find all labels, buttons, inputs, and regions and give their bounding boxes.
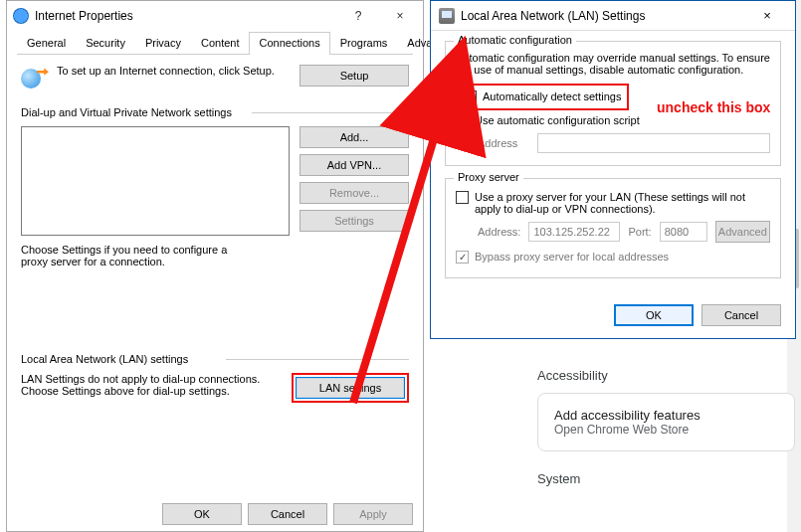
bypass-checkbox bbox=[456, 251, 469, 264]
ip-ok-button[interactable]: OK bbox=[162, 503, 242, 525]
tab-content[interactable]: Content bbox=[191, 32, 250, 55]
accessibility-card[interactable]: Add accessibility features Open Chrome W… bbox=[537, 393, 795, 451]
lan-settings-window: Local Area Network (LAN) Settings × Auto… bbox=[430, 0, 796, 339]
lan-window-title: Local Area Network (LAN) Settings bbox=[461, 9, 747, 23]
lan-close-button[interactable]: × bbox=[747, 8, 787, 23]
settings-button: Settings bbox=[300, 210, 409, 232]
proxy-address-label: Address: bbox=[478, 226, 520, 238]
use-proxy-row[interactable]: Use a proxy server for your LAN (These s… bbox=[456, 191, 770, 215]
vpn-fieldset-text: Dial-up and Virtual Private Network sett… bbox=[21, 106, 238, 118]
ip-apply-button: Apply bbox=[333, 503, 413, 525]
auto-detect-checkbox[interactable] bbox=[464, 90, 477, 103]
proxy-advanced-button: Advanced bbox=[715, 221, 770, 243]
proxy-group: Proxy server Use a proxy server for your… bbox=[445, 178, 781, 278]
proxy-address-input bbox=[528, 222, 620, 242]
ip-close-button[interactable]: × bbox=[387, 9, 413, 23]
add-vpn-button[interactable]: Add VPN... bbox=[300, 154, 409, 176]
chrome-settings-fragment: Accessibility Add accessibility features… bbox=[537, 368, 795, 486]
tab-connections[interactable]: Connections bbox=[249, 32, 329, 55]
tab-programs[interactable]: Programs bbox=[330, 32, 398, 55]
auto-config-text: Automatic configuration may override man… bbox=[456, 52, 770, 76]
lan-titlebar: Local Area Network (LAN) Settings × bbox=[431, 1, 795, 31]
lan-note: LAN Settings do not apply to dial-up con… bbox=[21, 373, 282, 397]
add-accessibility-title: Add accessibility features bbox=[554, 408, 778, 423]
auto-script-label: Use automatic configuration script bbox=[475, 114, 640, 126]
tab-general[interactable]: General bbox=[17, 32, 76, 55]
proxy-caption: Proxy server bbox=[454, 171, 523, 183]
ip-cancel-button[interactable]: Cancel bbox=[248, 503, 327, 525]
lan-fieldset-label: Local Area Network (LAN) settings bbox=[21, 353, 409, 365]
proxy-port-input bbox=[660, 222, 707, 242]
lan-ok-button[interactable]: OK bbox=[614, 304, 694, 326]
vpn-connection-list[interactable] bbox=[21, 126, 290, 236]
bypass-label: Bypass proxy server for local addresses bbox=[475, 251, 669, 263]
auto-detect-row[interactable]: Automatically detect settings bbox=[464, 90, 621, 103]
ip-window-title: Internet Properties bbox=[35, 9, 345, 23]
bypass-row: Bypass proxy server for local addresses bbox=[456, 251, 770, 264]
internet-options-icon bbox=[13, 8, 29, 24]
setup-button[interactable]: Setup bbox=[300, 65, 409, 87]
script-address-label: Address bbox=[478, 137, 529, 149]
use-proxy-checkbox[interactable] bbox=[456, 191, 469, 204]
annotation-text: uncheck this box bbox=[657, 99, 770, 115]
vpn-note: Choose Settings if you need to configure… bbox=[21, 244, 250, 267]
setup-text: To set up an Internet connection, click … bbox=[57, 65, 292, 77]
highlight-lan-settings: LAN settings bbox=[292, 373, 409, 403]
lan-icon bbox=[439, 8, 455, 24]
tab-privacy[interactable]: Privacy bbox=[135, 32, 191, 55]
ip-titlebar: Internet Properties ? × bbox=[7, 1, 423, 31]
open-webstore-subtitle: Open Chrome Web Store bbox=[554, 423, 778, 437]
auto-script-row[interactable]: Use automatic configuration script bbox=[456, 114, 770, 127]
vpn-fieldset-label: Dial-up and Virtual Private Network sett… bbox=[21, 106, 409, 118]
remove-button: Remove... bbox=[300, 182, 409, 204]
lan-cancel-button[interactable]: Cancel bbox=[701, 304, 781, 326]
auto-config-caption: Automatic configuration bbox=[454, 34, 576, 46]
use-proxy-label: Use a proxy server for your LAN (These s… bbox=[475, 191, 770, 215]
lan-fieldset-text: Local Area Network (LAN) settings bbox=[21, 353, 194, 365]
lan-settings-button[interactable]: LAN settings bbox=[296, 377, 405, 399]
internet-properties-window: Internet Properties ? × General Security… bbox=[6, 0, 424, 532]
auto-detect-label: Automatically detect settings bbox=[483, 90, 621, 102]
ip-help-button[interactable]: ? bbox=[345, 9, 371, 23]
highlight-auto-detect: Automatically detect settings bbox=[456, 84, 629, 110]
section-accessibility-heading: Accessibility bbox=[537, 368, 795, 383]
auto-script-checkbox[interactable] bbox=[456, 114, 469, 127]
script-address-input bbox=[537, 133, 770, 153]
add-button[interactable]: Add... bbox=[300, 126, 409, 148]
proxy-port-label: Port: bbox=[628, 226, 651, 238]
tab-security[interactable]: Security bbox=[76, 32, 135, 55]
ip-tabbar: General Security Privacy Content Connect… bbox=[17, 31, 413, 55]
section-system-heading: System bbox=[537, 471, 795, 486]
globe-icon bbox=[21, 65, 49, 92]
